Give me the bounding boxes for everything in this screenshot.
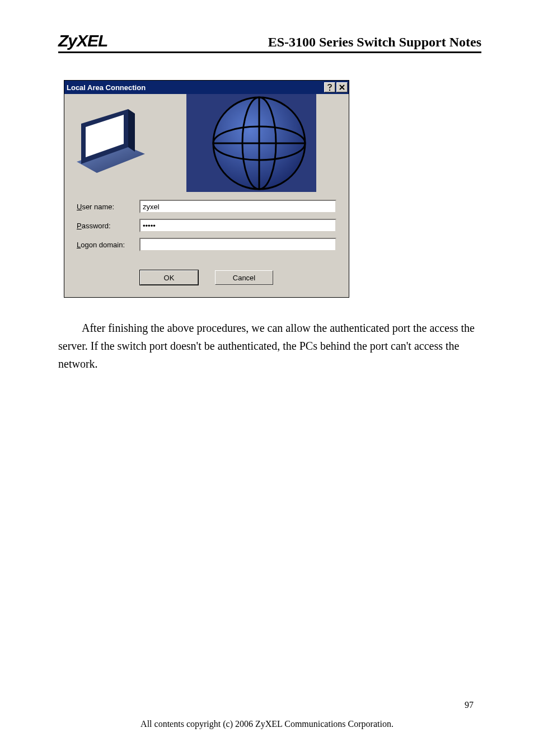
username-input[interactable] bbox=[139, 200, 336, 213]
password-input[interactable] bbox=[139, 219, 336, 232]
footer-copyright: All contents copyright (c) 2006 ZyXEL Co… bbox=[0, 719, 534, 729]
ok-button[interactable]: OK bbox=[140, 270, 198, 285]
password-label: Password: bbox=[77, 222, 139, 230]
page-title: ES-3100 Series Switch Support Notes bbox=[268, 35, 481, 50]
help-icon bbox=[327, 84, 332, 91]
logon-domain-label: Logon domain: bbox=[77, 241, 139, 249]
dialog-titlebar: Local Area Connection bbox=[64, 81, 349, 94]
login-dialog: Local Area Connection bbox=[64, 80, 349, 298]
svg-marker-4 bbox=[128, 109, 135, 152]
dialog-banner bbox=[64, 94, 349, 192]
dialog-title: Local Area Connection bbox=[67, 83, 323, 92]
globe-icon bbox=[186, 94, 316, 192]
username-row: User name: bbox=[77, 200, 336, 213]
help-button[interactable] bbox=[324, 82, 335, 92]
cancel-button[interactable]: Cancel bbox=[215, 270, 273, 285]
logon-domain-input[interactable] bbox=[139, 238, 336, 251]
close-button[interactable] bbox=[336, 82, 348, 92]
page-number: 97 bbox=[465, 700, 474, 710]
body-paragraph: After finishing the above procedures, we… bbox=[58, 319, 481, 373]
monitor-icon bbox=[70, 101, 148, 185]
logon-domain-row: Logon domain: bbox=[77, 238, 336, 251]
close-icon bbox=[339, 84, 345, 90]
brand-logo: ZyXEL bbox=[58, 31, 107, 50]
svg-rect-0 bbox=[329, 90, 330, 91]
password-row: Password: bbox=[77, 219, 336, 232]
page-header: ZyXEL ES-3100 Series Switch Support Note… bbox=[58, 31, 481, 53]
username-label: User name: bbox=[77, 203, 139, 211]
